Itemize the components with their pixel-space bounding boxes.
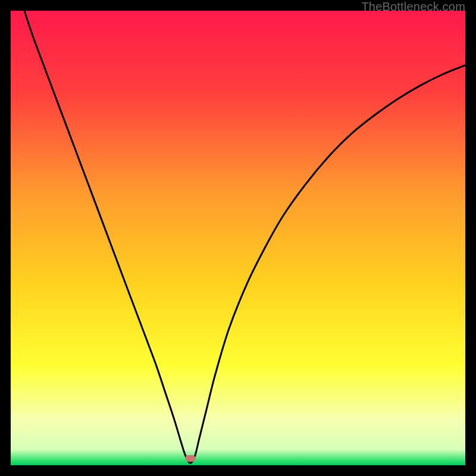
chart-frame	[11, 11, 465, 465]
optimal-marker	[185, 455, 195, 462]
watermark-text: TheBottleneck.com	[361, 0, 465, 14]
gradient-background	[11, 11, 465, 465]
chart-svg	[11, 11, 465, 465]
